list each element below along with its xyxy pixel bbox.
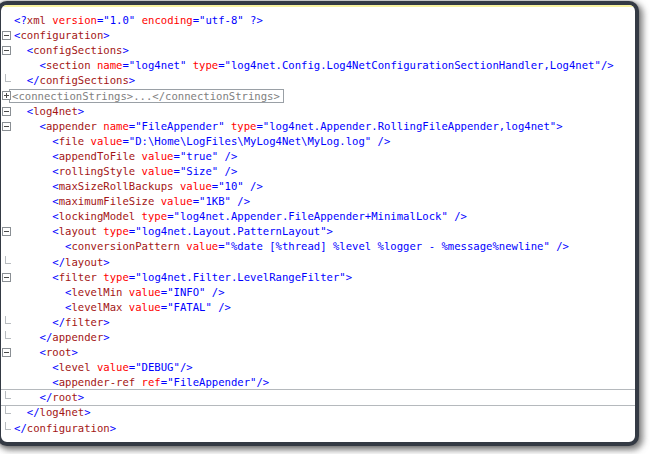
code-token: /> — [448, 210, 467, 222]
code-token: filter — [59, 271, 97, 283]
code-line[interactable]: <file value="D:\Home\LogFiles\MyLog4Net\… — [1, 134, 635, 149]
code-token: value — [129, 301, 161, 313]
code-line[interactable]: <?xml version="1.0" encoding="utf-8" ?> — [1, 13, 635, 28]
code-line[interactable]: <configuration> — [1, 28, 635, 43]
code-text[interactable]: </filter> — [14, 315, 110, 330]
code-line[interactable]: <maximumFileSize value="1KB" /> — [1, 194, 635, 209]
fold-collapse-icon[interactable] — [2, 273, 11, 282]
code-token: "1KB" — [199, 195, 231, 207]
code-token — [14, 150, 52, 162]
code-text[interactable]: <layout type="log4net.Layout.PatternLayo… — [14, 224, 333, 239]
code-text[interactable]: <configSections> — [14, 43, 129, 58]
fold-end-marker — [5, 422, 11, 430]
code-line[interactable]: <appender-ref ref="FileAppender"/> — [1, 375, 635, 390]
code-line[interactable]: <level value="DEBUG"/> — [1, 360, 635, 375]
fold-collapse-icon[interactable] — [2, 348, 11, 357]
code-line[interactable]: <levelMax value="FATAL" /> — [1, 300, 635, 315]
code-line[interactable]: <levelMin value="INFO" /> — [1, 285, 635, 300]
code-text[interactable]: <filter type="log4net.Filter.LevelRangeF… — [14, 270, 352, 285]
fold-collapse-icon[interactable] — [2, 122, 11, 131]
code-line[interactable]: <filter type="log4net.Filter.LevelRangeF… — [1, 270, 635, 285]
fold-gutter — [1, 164, 14, 179]
code-line[interactable]: </log4net> — [1, 405, 635, 420]
code-text[interactable]: <levelMin value="INFO" /> — [14, 285, 225, 300]
code-token: type — [103, 225, 129, 237]
page: { "window": { "frame_color": "#343a44", … — [0, 0, 650, 454]
fold-end-marker — [5, 256, 11, 264]
code-line[interactable]: <log4net> — [1, 104, 635, 119]
code-token: configSections — [33, 44, 122, 56]
code-text[interactable]: <file value="D:\Home\LogFiles\MyLog4Net\… — [14, 134, 390, 149]
code-line[interactable]: </configSections> — [1, 73, 635, 88]
code-token: root — [46, 346, 72, 358]
code-text[interactable]: </root> — [14, 390, 84, 405]
code-token: layout — [65, 256, 103, 268]
code-line[interactable]: <lockingModel type="log4net.Appender.Fil… — [1, 209, 635, 224]
fold-gutter — [1, 405, 14, 420]
fold-collapse-icon[interactable] — [2, 46, 11, 55]
code-token: "FileAppender" — [135, 120, 224, 132]
fold-gutter — [1, 104, 14, 119]
fold-collapse-icon[interactable] — [2, 227, 11, 236]
code-line[interactable]: </layout> — [1, 255, 635, 270]
code-line[interactable]: <connectionStrings>...</connectionString… — [1, 88, 635, 103]
code-line[interactable]: <section name="log4net" type="log4net.Co… — [1, 58, 635, 73]
code-token: > — [327, 225, 333, 237]
code-text[interactable]: <rollingStyle value="Size" /> — [14, 164, 237, 179]
code-text[interactable]: <section name="log4net" type="log4net.Co… — [14, 58, 614, 73]
code-text[interactable]: <maxSizeRollBackups value="10" /> — [14, 179, 263, 194]
code-text[interactable]: <appendToFile value="true" /> — [14, 149, 237, 164]
code-token: /> — [180, 361, 193, 373]
code-text[interactable]: <level value="DEBUG"/> — [14, 360, 193, 375]
code-line[interactable]: <configSections> — [1, 43, 635, 58]
code-text[interactable]: </configuration> — [14, 421, 116, 436]
code-token: > — [122, 44, 128, 56]
code-line[interactable]: <appendToFile value="true" /> — [1, 149, 635, 164]
code-text[interactable]: <appender name="FileAppender" type="log4… — [14, 119, 563, 134]
code-text[interactable]: <?xml version="1.0" encoding="utf-8" ?> — [14, 13, 263, 28]
fold-collapse-icon[interactable] — [2, 107, 11, 116]
fold-gutter — [1, 270, 14, 285]
fold-gutter — [1, 239, 14, 254]
xml-editor[interactable]: <?xml version="1.0" encoding="utf-8" ?><… — [1, 7, 635, 436]
code-token — [14, 74, 27, 86]
code-text[interactable]: <log4net> — [14, 104, 84, 119]
code-line[interactable]: <maxSizeRollBackups value="10" /> — [1, 179, 635, 194]
code-line[interactable]: <appender name="FileAppender" type="log4… — [1, 119, 635, 134]
collapsed-region[interactable]: <connectionStrings>...</connectionString… — [9, 89, 284, 103]
code-line[interactable]: <layout type="log4net.Layout.PatternLayo… — [1, 224, 635, 239]
code-text[interactable]: <levelMax value="FATAL" /> — [14, 300, 231, 315]
code-line[interactable]: </appender> — [1, 330, 635, 345]
code-line[interactable]: </configuration> — [1, 421, 635, 436]
code-text[interactable]: <lockingModel type="log4net.Appender.Fil… — [14, 209, 467, 224]
code-text[interactable]: <conversionPattern value="%date [%thread… — [14, 239, 569, 254]
code-token: appender — [52, 331, 103, 343]
code-line[interactable]: <conversionPattern value="%date [%thread… — [1, 239, 635, 254]
code-text[interactable]: </configSections> — [14, 73, 135, 88]
code-token — [14, 195, 52, 207]
code-line[interactable]: <root> — [1, 345, 635, 360]
code-token — [14, 44, 27, 56]
code-line-highlighted[interactable]: </root> — [1, 389, 635, 406]
fold-end-marker — [5, 406, 11, 414]
code-text[interactable]: </appender> — [14, 330, 110, 345]
code-text[interactable]: <appender-ref ref="FileAppender"/> — [14, 375, 269, 390]
fold-collapse-icon[interactable] — [2, 31, 11, 40]
code-token: > — [78, 105, 84, 117]
fold-gutter — [1, 375, 14, 390]
code-line[interactable]: </filter> — [1, 315, 635, 330]
code-token: type — [193, 59, 219, 71]
code-text[interactable]: </log4net> — [14, 405, 91, 420]
code-line[interactable]: <rollingStyle value="Size" /> — [1, 164, 635, 179]
code-token: "Size" — [180, 165, 218, 177]
code-text[interactable]: </layout> — [14, 255, 110, 270]
code-text[interactable]: <maximumFileSize value="1KB" /> — [14, 194, 250, 209]
code-token: "log4net" — [129, 59, 186, 71]
code-token: > — [103, 331, 109, 343]
code-token: encoding — [142, 14, 193, 26]
code-text[interactable]: <configuration> — [14, 28, 110, 43]
code-text[interactable]: <root> — [14, 345, 78, 360]
fold-expand-icon[interactable] — [2, 91, 11, 100]
fold-gutter — [1, 300, 14, 315]
fold-gutter — [1, 194, 14, 209]
